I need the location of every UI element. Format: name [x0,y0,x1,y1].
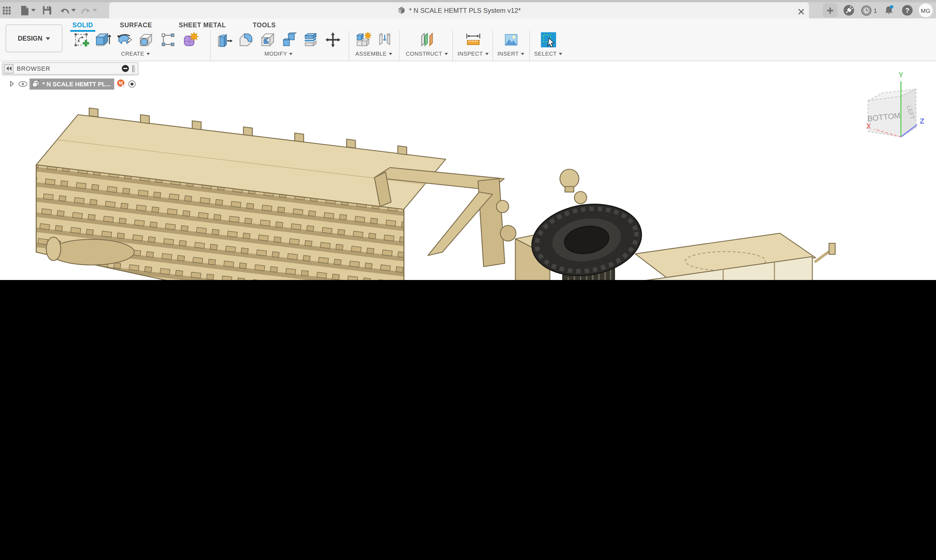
mcmaster-badge-icon: M [117,78,126,89]
chevron-down-icon [559,52,563,55]
file-menu-caret-icon[interactable] [31,4,37,17]
separator [349,31,349,65]
group-create: CREATE [72,31,198,60]
avatar[interactable]: MG [919,3,933,17]
redo-menu-caret-icon[interactable] [93,4,98,17]
hole-icon[interactable] [137,31,155,48]
assemble-menu[interactable]: ASSEMBLE [355,51,393,57]
component-cube-icon [32,80,40,88]
axis-x-label: X [866,122,871,130]
inspect-menu[interactable]: INSPECT [458,51,489,57]
separator [210,31,211,65]
new-component-icon[interactable] [354,31,372,48]
separator [529,31,530,65]
visibility-eye-icon[interactable] [19,80,28,87]
file-icon[interactable] [18,4,31,17]
ribbon-tabs: SOLID SURFACE SHEET METAL TOOLS [71,20,277,31]
collapse-browser-icon[interactable] [4,64,13,73]
group-construct: CONSTRUCT [404,31,449,60]
revolve-icon[interactable] [116,31,133,48]
tab-solid[interactable]: SOLID [71,20,94,31]
browser-root-item[interactable]: * N SCALE HEMTT PL... [29,78,114,89]
create-menu[interactable]: CREATE [121,51,150,57]
extrude-icon[interactable] [94,31,111,48]
browser-tree: * N SCALE HEMTT PL... M [10,78,136,89]
chevron-down-icon [521,52,524,55]
chevron-down-icon [290,52,293,55]
panel-drag-handle[interactable] [132,65,136,72]
app-grid-icon[interactable] [0,4,13,17]
select-menu[interactable]: SELECT [534,51,562,57]
create-form-icon[interactable] [181,31,198,48]
shell-icon[interactable] [259,31,276,48]
tab-sheet-metal[interactable]: SHEET METAL [178,20,227,31]
construct-menu[interactable]: CONSTRUCT [406,51,448,57]
redo-icon[interactable] [79,4,93,17]
construct-plane-icon[interactable] [418,31,435,48]
title-bar: * N SCALE HEMTT PLS System v12* 1 ? [0,0,936,18]
combine-tool-icon[interactable] [281,31,298,48]
modify-menu[interactable]: MODIFY [264,51,293,57]
insert-menu[interactable]: INSERT [498,51,524,57]
browser-title: BROWSER [17,65,51,72]
model-viewport[interactable]: BOTTOM LEFT Y X Z [0,62,936,280]
activate-component-icon[interactable] [128,79,136,88]
undo-menu-caret-icon[interactable] [71,4,77,17]
fusion-window: * N SCALE HEMTT PLS System v12* 1 ? [0,0,936,280]
separator [452,31,453,65]
panel-minimize-icon[interactable] [122,65,129,72]
svg-text:M: M [119,80,123,85]
separator [492,31,493,65]
group-modify: MODIFY [216,31,342,60]
group-insert: INSERT [495,31,527,60]
job-status[interactable]: 1 [861,5,877,16]
close-tab-icon[interactable] [798,7,805,14]
document-cube-icon [397,6,406,14]
insert-image-icon[interactable] [502,31,520,48]
fillet-tool-icon[interactable] [237,31,254,48]
svg-text:?: ? [905,7,909,14]
group-assemble: ASSEMBLE [354,31,393,60]
hemtt-truck-model[interactable] [0,62,936,280]
axis-z-label: Z [920,117,924,125]
chevron-down-icon [146,52,150,55]
group-inspect: INSPECT [456,31,490,60]
separator [399,31,399,65]
group-select: SELECT [532,31,565,60]
create-sketch-icon[interactable] [72,31,90,48]
window-top-strip [0,0,936,2]
job-count: 1 [874,7,877,14]
extensions-icon[interactable] [842,4,856,17]
chevron-down-icon [46,37,50,40]
ribbon-toolbar: SOLID SURFACE SHEET METAL TOOLS DESIGN C… [0,18,936,61]
new-tab-button[interactable] [823,3,837,17]
pattern-icon[interactable] [159,31,177,48]
tab-tools[interactable]: TOOLS [251,20,277,31]
help-icon[interactable]: ? [901,4,914,17]
document-tab[interactable]: * N SCALE HEMTT PLS System v12* [109,2,809,18]
notifications-bell-icon[interactable] [882,4,895,17]
chevron-down-icon [389,52,392,55]
document-title: * N SCALE HEMTT PLS System v12* [409,6,521,14]
move-tool-icon[interactable] [324,31,342,48]
chevron-down-icon [485,52,488,55]
tab-surface[interactable]: SURFACE [119,20,153,31]
press-pull-icon[interactable] [216,31,233,48]
select-icon[interactable] [540,31,557,48]
joint-icon[interactable] [376,31,393,48]
split-tool-icon[interactable] [302,31,320,48]
design-workspace-menu[interactable]: DESIGN [6,25,62,52]
browser-panel-header: BROWSER [2,62,138,75]
axis-y-label: Y [898,71,903,79]
expand-arrow-icon[interactable] [10,81,14,87]
undo-icon[interactable] [58,4,71,17]
view-cube[interactable]: BOTTOM LEFT Y X Z [850,68,933,146]
chevron-down-icon [444,52,448,55]
job-clock-icon [861,5,872,16]
save-icon[interactable] [40,4,54,17]
measure-icon[interactable] [464,31,482,48]
